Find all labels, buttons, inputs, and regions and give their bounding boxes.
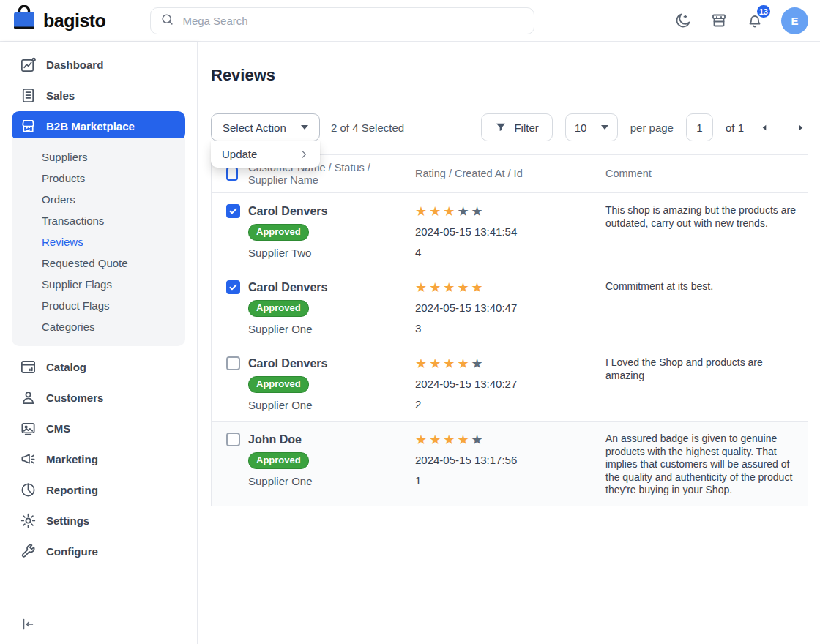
star-filled-icon: ★ xyxy=(429,204,443,219)
brand-name: bagisto xyxy=(43,10,105,31)
sidebar-item-customers[interactable]: Customers xyxy=(12,383,185,412)
sidebar-item-supplier-flags[interactable]: Supplier Flags xyxy=(12,274,185,295)
dark-mode-icon[interactable] xyxy=(674,11,693,30)
marketplace-icon xyxy=(19,117,37,135)
sidebar-item-dashboard[interactable]: Dashboard xyxy=(12,50,185,79)
sidebar-item-b2b-marketplace[interactable]: B2B Marketplace xyxy=(12,111,185,141)
per-page-select[interactable]: 10 xyxy=(565,113,618,141)
rating-stars: ★★★★★ xyxy=(415,356,595,371)
toolbar-right: Filter 10 per page of 1 xyxy=(481,113,808,141)
dropdown-item-update[interactable]: Update xyxy=(211,142,320,166)
status-badge: Approved xyxy=(248,224,309,241)
cms-icon xyxy=(19,419,37,437)
page-number-input[interactable] xyxy=(686,113,713,141)
bagisto-bag-icon xyxy=(12,5,37,36)
notifications-icon[interactable]: 13 xyxy=(745,11,764,30)
sales-icon xyxy=(19,86,37,104)
filter-label: Filter xyxy=(514,121,538,134)
search-input[interactable] xyxy=(181,14,524,28)
rating-stars: ★★★★★ xyxy=(415,280,595,295)
table-row: Carol Denvers Approved Supplier One ★★★★… xyxy=(212,269,808,345)
star-empty-icon: ★ xyxy=(471,204,485,219)
review-id: 3 xyxy=(415,321,595,335)
star-filled-icon: ★ xyxy=(443,204,457,219)
supplier-name: Supplier One xyxy=(248,398,405,412)
sidebar-item-marketing[interactable]: Marketing xyxy=(12,444,185,473)
storefront-icon[interactable] xyxy=(709,11,728,30)
sidebar-footer xyxy=(0,607,197,644)
sidebar-item-transactions[interactable]: Transactions xyxy=(12,210,185,231)
supplier-name: Supplier One xyxy=(248,322,405,336)
star-empty-icon: ★ xyxy=(471,356,485,371)
configure-icon xyxy=(19,542,37,560)
sidebar-item-settings[interactable]: Settings xyxy=(12,506,185,535)
sidebar-item-suppliers[interactable]: Suppliers xyxy=(12,146,185,168)
review-id: 1 xyxy=(415,473,595,487)
comment-text: Commitment at its best. xyxy=(605,280,797,293)
sidebar-item-cms[interactable]: CMS xyxy=(12,413,185,443)
main-content: Reviews Select Action Update 2 of 4 Sele… xyxy=(198,42,820,644)
status-badge: Approved xyxy=(248,452,309,469)
sidebar-item-reviews[interactable]: Reviews xyxy=(12,231,185,252)
rating-stars: ★★★★★ xyxy=(415,204,595,219)
row-checkbox[interactable] xyxy=(226,204,240,218)
star-filled-icon: ★ xyxy=(415,356,429,371)
row-checkbox[interactable] xyxy=(226,356,240,370)
sidebar-nav: Dashboard Sales B2B Marketplace Supplier… xyxy=(0,48,197,567)
notification-count-badge: 13 xyxy=(756,4,772,19)
column-header-comment: Comment xyxy=(605,168,808,180)
next-page-icon[interactable] xyxy=(792,119,808,135)
filter-button[interactable]: Filter xyxy=(481,113,552,141)
user-avatar[interactable]: E xyxy=(781,7,808,34)
sidebar-item-categories[interactable]: Categories xyxy=(12,316,185,337)
previous-page-icon[interactable] xyxy=(756,119,772,135)
sidebar-item-catalog[interactable]: Catalog xyxy=(12,352,185,381)
customer-name: Carol Denvers xyxy=(248,356,405,371)
sidebar-item-orders[interactable]: Orders xyxy=(12,189,185,210)
star-filled-icon: ★ xyxy=(415,433,429,447)
sidebar-item-configure[interactable]: Configure xyxy=(12,536,185,566)
chevron-right-icon xyxy=(299,149,309,160)
rating-stars: ★★★★★ xyxy=(415,433,595,447)
star-filled-icon: ★ xyxy=(443,356,457,371)
star-filled-icon: ★ xyxy=(415,204,429,219)
customer-name: Carol Denvers xyxy=(248,280,405,295)
row-checkbox[interactable] xyxy=(226,433,240,446)
comment-text: An assured badge is given to genuine pro… xyxy=(605,433,797,497)
sidebar-item-product-flags[interactable]: Product Flags xyxy=(12,295,185,316)
star-filled-icon: ★ xyxy=(429,280,443,295)
chevron-down-icon xyxy=(601,125,608,130)
topbar: bagisto xyxy=(0,0,820,42)
app-logo[interactable]: bagisto xyxy=(12,5,105,36)
select-all-checkbox[interactable] xyxy=(226,167,238,181)
customers-icon xyxy=(19,389,37,406)
dashboard-icon xyxy=(19,56,37,73)
customer-name: Carol Denvers xyxy=(248,204,405,219)
star-filled-icon: ★ xyxy=(443,280,457,295)
sidebar-item-reporting[interactable]: Reporting xyxy=(12,475,185,504)
chevron-down-icon xyxy=(301,125,308,130)
star-empty-icon: ★ xyxy=(471,433,485,447)
customer-name: John Doe xyxy=(248,433,405,447)
row-checkbox[interactable] xyxy=(226,280,240,294)
star-filled-icon: ★ xyxy=(457,356,471,371)
select-action-button[interactable]: Select Action xyxy=(211,113,320,141)
review-id: 4 xyxy=(415,245,595,259)
sidebar-item-sales[interactable]: Sales xyxy=(12,80,185,110)
star-filled-icon: ★ xyxy=(415,280,429,295)
settings-icon xyxy=(19,512,37,529)
created-at: 2024-05-15 13:41:54 xyxy=(415,225,595,239)
supplier-name: Supplier One xyxy=(248,474,405,488)
created-at: 2024-05-15 13:40:47 xyxy=(415,301,595,315)
table-body: Carol Denvers Approved Supplier Two ★★★★… xyxy=(212,193,808,506)
reviews-table: Customer Name / Status / Supplier Name R… xyxy=(211,154,808,506)
created-at: 2024-05-15 13:40:27 xyxy=(415,377,595,391)
review-id: 2 xyxy=(415,397,595,411)
collapse-sidebar-icon[interactable] xyxy=(19,616,35,632)
per-page-value: 10 xyxy=(575,121,587,134)
star-filled-icon: ★ xyxy=(457,280,471,295)
table-row: John Doe Approved Supplier One ★★★★★ 202… xyxy=(212,421,808,506)
column-header-rating: Rating / Created At / Id xyxy=(415,168,605,180)
sidebar-item-products[interactable]: Products xyxy=(12,168,185,189)
sidebar-item-requested-quote[interactable]: Requested Quote xyxy=(12,252,185,274)
